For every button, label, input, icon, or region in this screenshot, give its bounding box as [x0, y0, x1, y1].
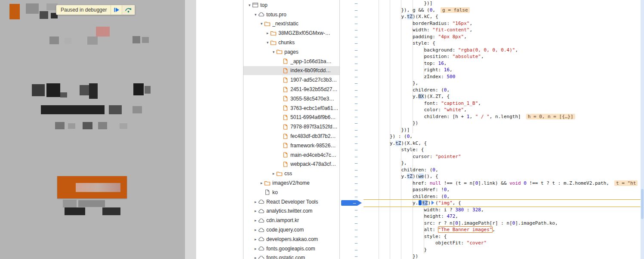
gutter-line[interactable]: – — [340, 67, 364, 73]
code-line[interactable]: children: [h + 1, " / ", n.length]h = 0,… — [364, 113, 641, 120]
cta-banner-placeholder[interactable] — [57, 176, 127, 198]
gutter-line[interactable]: – — [340, 186, 364, 193]
gutter-line[interactable]: – — [340, 80, 364, 87]
tree-item-38mgzbxf05gmxw[interactable]: ▸38MGZBxf05GMxw-… — [243, 28, 339, 38]
gutter-line[interactable]: – — [340, 107, 364, 113]
gutter-line[interactable]: – — [340, 47, 364, 54]
code-line[interactable]: href: null !== (t = n[0].link) && void 0… — [364, 180, 641, 187]
tree-item-2451-9e32b55d27[interactable]: 2451-9e32b55d27… — [243, 85, 339, 94]
gutter-line[interactable]: – — [340, 127, 364, 134]
disclosure-expanded-icon[interactable]: ▾ — [253, 12, 258, 17]
gutter-line[interactable]: – — [340, 226, 364, 233]
tree-item-3763-ecbc1ef0a61[interactable]: 3763-ecbc1ef0a61… — [243, 104, 339, 113]
code-line[interactable]: width: "fit-content", — [364, 27, 641, 34]
gutter-line[interactable]: – — [340, 87, 364, 94]
code-line[interactable]: }), g && (0,g = false — [364, 7, 641, 14]
code-line[interactable]: font: "caption_1_B", — [364, 100, 641, 107]
tree-item-developers-kakao-com[interactable]: ▸developers.kakao.com — [243, 235, 339, 244]
code-line[interactable]: cursor: "pointer" — [364, 153, 641, 160]
tree-item-7978-897f3a152fd[interactable]: 7978-897f3a152fd… — [243, 122, 339, 131]
tree-item-analytics-twitter-com[interactable]: ▸analytics.twitter.com — [243, 207, 339, 216]
disclosure-collapsed-icon[interactable]: ▸ — [253, 256, 258, 259]
code-line[interactable]: }) : (0, — [364, 133, 641, 140]
gutter-line[interactable]: – — [340, 213, 364, 220]
gutter-line[interactable]: – — [340, 220, 364, 227]
code-line[interactable]: y.tZ)(X.kC, { — [364, 140, 641, 147]
gutter-line[interactable]: – — [340, 153, 364, 160]
disclosure-collapsed-icon[interactable]: ▸ — [253, 247, 258, 251]
gutter-line[interactable]: – — [340, 133, 364, 140]
tree-item-css[interactable]: ▸css — [243, 169, 339, 178]
gutter-line[interactable]: – — [340, 247, 364, 253]
code-line[interactable]: y.BX)(X.ZT, { — [364, 93, 641, 100]
code-line[interactable]: children: (0, — [364, 87, 641, 94]
gutter-line[interactable]: – — [340, 240, 364, 247]
tree-item-app-1c66d1ba[interactable]: _app-1c66d1ba… — [243, 57, 339, 66]
code-line[interactable]: background: "rgba(0, 0, 0, 0.4)", — [364, 47, 641, 54]
code-line[interactable]: width: i ? 380 : 328, — [364, 207, 641, 213]
code-line[interactable]: src: r ? n[0].imagePath[r] : n[0].imageP… — [364, 220, 641, 227]
page-scrollbar[interactable] — [185, 0, 196, 259]
tree-item-fonts-googleapis-com[interactable]: ▸fonts.googleapis.com — [243, 244, 339, 253]
code-line[interactable]: style: { — [364, 233, 641, 240]
code-line[interactable]: y.tZ)("img", { — [364, 200, 641, 207]
code-line[interactable]: }, — [364, 160, 641, 167]
disclosure-collapsed-icon[interactable]: ▸ — [253, 228, 258, 232]
tree-item-cdn-iamport-kr[interactable]: ▸cdn.iamport.kr — [243, 216, 339, 225]
disclosure-collapsed-icon[interactable]: ▸ — [253, 218, 258, 222]
disclosure-expanded-icon[interactable]: ▾ — [247, 3, 252, 7]
gutter-line[interactable]: – — [340, 93, 364, 100]
code-line[interactable]: top: 16, — [364, 60, 641, 67]
code-line[interactable]: } — [364, 247, 641, 253]
editor-scrollbar[interactable] — [641, 0, 644, 259]
gutter-line[interactable]: – — [340, 160, 364, 167]
gutter-line[interactable]: – — [340, 100, 364, 107]
tree-item-fec483df-db3f7b2[interactable]: fec483df-db3f7b2… — [243, 131, 339, 141]
step-over-button[interactable] — [122, 5, 135, 15]
code-line[interactable]: borderRadius: "16px", — [364, 20, 641, 27]
gutter-line[interactable]: – — [340, 193, 364, 200]
gutter-line[interactable]: – — [340, 40, 364, 47]
gutter-line[interactable]: – — [340, 253, 364, 259]
gutter-line[interactable]: – — [340, 53, 364, 60]
code-line[interactable]: })] — [364, 0, 641, 7]
tree-item-fonts-gstatic-com[interactable]: ▸fonts.gstatic.com — [243, 253, 339, 259]
tree-item-chunks[interactable]: ▾chunks — [243, 38, 339, 47]
tree-item-totus-pro[interactable]: ▾totus.pro — [243, 10, 339, 19]
gutter-line[interactable]: – — [340, 73, 364, 80]
resume-script-button[interactable] — [111, 5, 122, 15]
code-line[interactable]: })] — [364, 127, 641, 134]
code-line[interactable]: passHref: !0, — [364, 186, 641, 193]
gutter-line[interactable]: – — [340, 113, 364, 120]
tree-item-top[interactable]: ▾top — [243, 0, 339, 10]
gutter-line[interactable]: – — [340, 13, 364, 20]
disclosure-collapsed-icon[interactable]: ▸ — [253, 209, 258, 213]
code-line[interactable]: objectFit: "cover" — [364, 240, 641, 247]
tree-item-react-developer-tools[interactable]: ▸React Developer Tools — [243, 197, 339, 207]
tree-item-index-6b09fcdd[interactable]: index-6b09fcdd… — [243, 66, 339, 76]
gutter-line[interactable]: – — [340, 0, 364, 7]
disclosure-expanded-icon[interactable]: ▾ — [271, 50, 276, 54]
disclosure-expanded-icon[interactable]: ▾ — [259, 21, 264, 26]
code-line[interactable]: }) — [364, 120, 641, 127]
gutter-line[interactable]: – — [340, 34, 364, 40]
scrollbar-thumb[interactable] — [641, 189, 644, 219]
code-line[interactable]: height: 472, — [364, 213, 641, 220]
tree-item-imagesv2-home[interactable]: ▸imagesV2/home — [243, 178, 339, 188]
tree-item-1907-ad5c27c3b3[interactable]: 1907-ad5c27c3b3… — [243, 75, 339, 85]
tree-item-webpack-478a3cf[interactable]: webpack-478a3cf… — [243, 160, 339, 169]
tree-item-5011-6994a6f9b6[interactable]: 5011-6994a6f9b6… — [243, 113, 339, 122]
code-line[interactable]: style: { — [364, 40, 641, 47]
code-line[interactable]: style: { — [364, 146, 641, 153]
gutter-line[interactable]: – — [340, 200, 364, 207]
gutter-line[interactable]: – — [340, 140, 364, 147]
tree-item-ko[interactable]: ko — [243, 188, 339, 197]
code-line[interactable]: color: "white", — [364, 107, 641, 113]
disclosure-collapsed-icon[interactable]: ▸ — [253, 200, 258, 204]
gutter-line[interactable]: – — [340, 27, 364, 34]
gutter-line[interactable]: – — [340, 207, 364, 213]
code-line[interactable]: alt: "The Banner images", — [364, 226, 641, 233]
tree-item-framework-98526[interactable]: framework-98526… — [243, 141, 339, 150]
gutter-line[interactable]: – — [340, 20, 364, 27]
gutter-line[interactable]: – — [340, 7, 364, 14]
